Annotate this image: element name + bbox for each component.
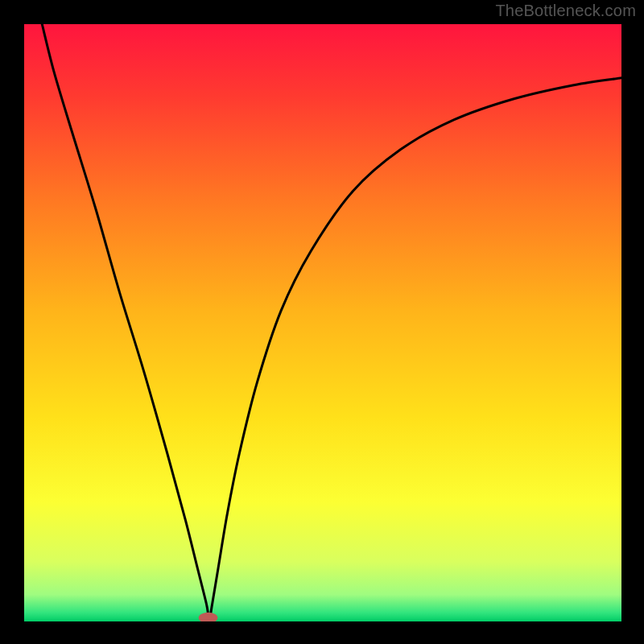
chart-svg	[24, 24, 621, 621]
plot-area	[24, 24, 621, 621]
chart-frame: TheBottleneck.com	[0, 0, 644, 644]
watermark-text: TheBottleneck.com	[495, 2, 636, 20]
gradient-background	[24, 24, 621, 621]
